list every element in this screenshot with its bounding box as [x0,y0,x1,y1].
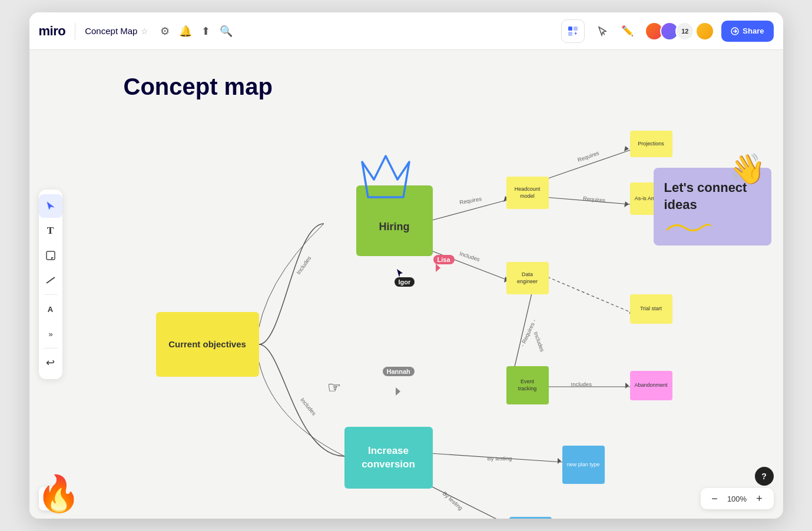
text-tool[interactable]: T [39,219,62,243]
label-by-testing-new: By testing [488,455,512,462]
svg-line-7 [47,277,55,283]
node-event-tracking[interactable]: Event tracking [506,366,549,404]
zoom-in-button[interactable]: + [753,492,767,506]
node-data-engineer[interactable]: Data engineer [506,262,549,294]
label-includes-conversion: Includes [299,396,317,416]
igor-cursor-label: Igor [395,277,415,287]
wave-hand-sticker: 👋 [729,150,765,188]
node-projections[interactable]: Projections [630,131,672,157]
settings-icon[interactable]: ⚙ [160,25,170,38]
label-requires-projections: Requires [576,150,599,163]
node-abandonment[interactable]: Abandonment [630,371,672,400]
label-includes-hiring: Includes [295,255,312,276]
svg-line-10 [545,197,630,204]
zoom-out-button[interactable]: − [708,492,722,506]
header: miro Concept Map ☆ ⚙ 🔔 ⬆ 🔍 + ✏️ [29,12,783,50]
svg-marker-23 [625,383,629,389]
svg-marker-19 [624,201,629,207]
canvas-area[interactable]: T A » ↩ Concept map [29,50,783,519]
node-current-objectives[interactable]: Current objectives [156,312,259,377]
node-trial-start[interactable]: Trial start [630,294,672,324]
svg-marker-24 [558,458,561,464]
label-by-testing-trial: By testing [441,490,463,511]
svg-marker-18 [624,146,629,151]
help-button[interactable]: ? [755,467,774,486]
hannah-cursor: Hannah [383,368,415,376]
svg-rect-6 [47,251,55,260]
line-tool[interactable] [39,268,62,292]
node-new-plan-type[interactable]: new plan type [562,446,605,484]
cursor-tool[interactable] [39,194,62,218]
toolbar-group: ✏️ [592,21,638,42]
header-right: + ✏️ 12 Share [561,19,773,43]
logo: miro [39,24,66,39]
sticky-note-tool[interactable] [39,244,62,267]
note-card[interactable]: 👋 Let's connect ideas [654,168,771,245]
star-icon[interactable]: ☆ [141,26,148,36]
header-icons: ⚙ 🔔 ⬆ 🔍 [160,25,233,38]
fire-sticker-widget: 🔥 [37,476,81,512]
label-includes-event: Includes [532,331,545,353]
svg-marker-26 [436,264,440,272]
svg-line-15 [430,453,562,462]
node-30-day-trial[interactable]: 30-day trial [509,517,552,519]
label-requires-asis: Requires [582,195,605,203]
zoom-controls: − 100% + [701,488,774,509]
undo-tool[interactable]: ↩ [39,351,62,374]
label-includes-data: Includes [459,250,480,263]
more-tools[interactable]: » [39,322,62,346]
svg-text:+: + [574,31,577,36]
yellow-squiggle [664,220,761,237]
search-icon[interactable]: 🔍 [220,25,233,38]
share-button[interactable]: Share [721,21,773,42]
svg-rect-1 [574,26,578,31]
notifications-icon[interactable]: 🔔 [179,25,192,38]
igor-cursor: Igor [395,268,415,287]
zoom-level: 100% [727,495,748,503]
label-includes-abandon: Includes [571,381,592,387]
smart-draw-button[interactable]: + [561,19,585,43]
avatar-single [695,22,714,41]
label-requires-headcount: Requires [459,195,482,205]
node-headcount-model[interactable]: Headcount model [506,177,549,209]
map-title: Concept map [124,74,273,100]
svg-marker-27 [396,387,400,396]
svg-line-9 [545,150,630,180]
avatar-stack: 12 [645,22,714,41]
pen-tool-btn[interactable]: ✏️ [617,21,638,42]
node-increase-conversion[interactable]: Increase conversion [344,427,433,489]
avatar-count: 12 [675,22,694,41]
header-divider [75,23,75,39]
left-toolbar: T A » ↩ [39,190,62,379]
svg-rect-2 [568,32,572,36]
shape-tool[interactable]: A [39,297,62,321]
svg-line-13 [512,288,533,377]
svg-rect-0 [568,26,572,31]
svg-line-4 [603,32,605,35]
select-tool-btn[interactable] [592,21,613,42]
pointer-hand-cursor: ☞ [327,379,341,397]
board-title: Concept Map ☆ [85,26,148,36]
lisa-cursor: Lisa [433,256,455,264]
app-window: miro Concept Map ☆ ⚙ 🔔 ⬆ 🔍 + ✏️ [29,12,783,519]
svg-line-11 [430,250,506,280]
node-hiring[interactable]: Hiring [356,185,433,256]
label-requires-dashed: - Requires - [519,318,537,348]
lisa-cursor-label: Lisa [433,255,455,264]
share-upload-icon[interactable]: ⬆ [201,25,210,38]
svg-line-8 [430,200,506,221]
hannah-cursor-label: Hannah [383,367,415,376]
